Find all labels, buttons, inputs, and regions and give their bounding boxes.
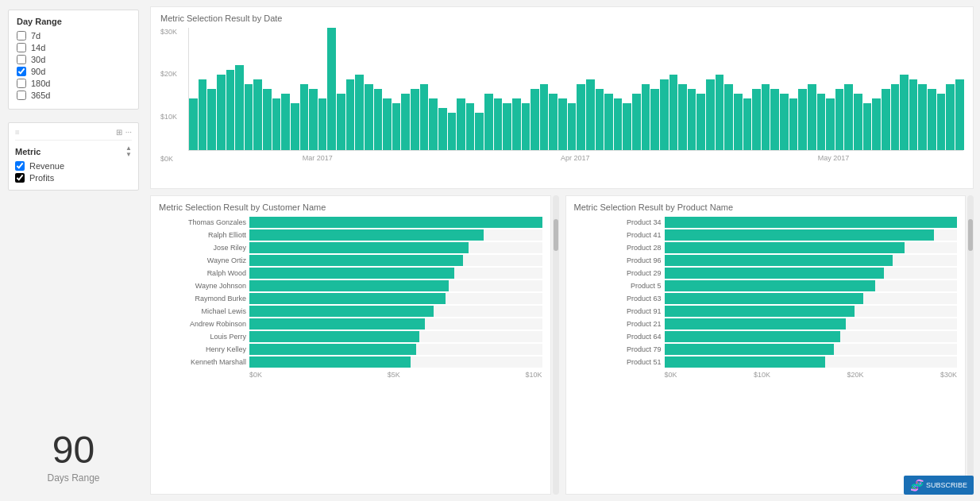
bar-item: [632, 94, 641, 150]
customer-bar-track: [249, 268, 542, 279]
bar-item: [928, 89, 936, 150]
product-bar-row: Product 29: [574, 268, 958, 279]
bar-item: [448, 113, 457, 150]
day-365d-checkbox[interactable]: [17, 91, 26, 100]
bar-item: [808, 84, 816, 150]
product-bar-row: Product 63: [574, 293, 958, 304]
bar-item: [789, 98, 798, 150]
metric-revenue-checkbox[interactable]: [15, 161, 25, 171]
top-chart-title: Metric Selection Result by Date: [160, 13, 963, 23]
customer-bar-label: Thomas Gonzales: [159, 218, 246, 226]
bar-item: [891, 84, 900, 150]
product-bar-fill: [665, 217, 958, 228]
product-bar-label: Product 5: [574, 282, 662, 290]
cust-x-10k: $10K: [525, 371, 542, 379]
day-7d-label: 7d: [31, 31, 41, 40]
product-bar-fill: [665, 255, 893, 266]
customer-bar-row: Jose Riley: [159, 242, 542, 253]
bar-item: [955, 79, 964, 150]
day-90d[interactable]: 90d: [17, 67, 130, 76]
product-bar-fill: [665, 318, 846, 330]
bottom-right-chart: Metric Selection Result by Product Name …: [565, 195, 966, 495]
product-bar-label: Product 29: [574, 269, 662, 277]
customer-bar-track: [249, 331, 542, 342]
customer-bar-label: Wayne Johnson: [159, 282, 246, 290]
metric-profits-label: Profits: [29, 173, 54, 183]
subscribe-button[interactable]: 🧬 SUBSCRIBE: [904, 476, 974, 495]
right-chart-scrollbar[interactable]: [967, 195, 974, 495]
bar-item: [743, 98, 752, 150]
bar-item: [642, 84, 650, 150]
left-chart-scrollbar[interactable]: [553, 195, 559, 495]
product-bar-track: [665, 306, 958, 317]
day-30d-checkbox[interactable]: [17, 55, 26, 64]
customer-bar-fill: [249, 356, 411, 368]
cust-x-5k: $5K: [388, 371, 400, 379]
day-range-box: Day Range 7d 14d 30d 90d 180d 365d: [8, 10, 139, 110]
bar-item: [716, 75, 724, 150]
product-bar-track: [665, 356, 958, 368]
bar-item: [337, 94, 345, 150]
customer-bar-fill: [249, 280, 449, 291]
day-180d-label: 180d: [31, 79, 50, 88]
customer-bar-row: Henry Kelley: [159, 344, 542, 355]
product-bar-row: Product 96: [574, 255, 958, 266]
day-180d[interactable]: 180d: [17, 79, 130, 88]
day-180d-checkbox[interactable]: [17, 79, 26, 88]
product-bar-row: Product 64: [574, 331, 958, 342]
bar-item: [558, 98, 567, 150]
product-bar-label: Product 34: [574, 218, 662, 226]
bar-item: [466, 103, 475, 150]
metric-profits[interactable]: Profits: [15, 173, 132, 183]
bottom-charts: Metric Selection Result by Customer Name…: [150, 195, 974, 495]
day-14d-checkbox[interactable]: [17, 43, 26, 52]
customer-bar-label: Michael Lewis: [159, 307, 246, 315]
prod-x-10k: $10K: [754, 371, 770, 379]
bar-item: [420, 84, 429, 150]
bar-item: [457, 98, 465, 150]
days-number: 90: [52, 431, 95, 469]
customer-bar-row: Kenneth Marshall: [159, 356, 542, 368]
metric-label: Metric: [15, 147, 41, 156]
metric-box-icons: ⊞ ···: [116, 128, 132, 137]
day-7d[interactable]: 7d: [17, 31, 130, 40]
bar-item: [503, 103, 511, 150]
y-label-30k: $30K: [160, 28, 184, 36]
customer-bar-fill: [249, 331, 419, 342]
day-30d[interactable]: 30d: [17, 55, 130, 64]
product-bar-track: [665, 318, 958, 330]
bar-item: [438, 108, 447, 150]
bar-item: [863, 103, 872, 150]
more-icon[interactable]: ···: [125, 128, 132, 137]
product-bar-row: Product 51: [574, 356, 958, 368]
right-chart-scrollbar-thumb[interactable]: [968, 219, 973, 251]
left-chart-scrollbar-thumb[interactable]: [554, 219, 558, 251]
bar-item: [650, 89, 659, 150]
customer-bar-label: Louis Perry: [159, 333, 246, 341]
metric-sort-arrows[interactable]: ▲ ▼: [125, 145, 132, 158]
product-bar-fill: [665, 268, 884, 279]
product-bar-fill: [665, 331, 840, 342]
grid-icon: ⊞: [116, 128, 122, 137]
bar-item: [688, 89, 696, 150]
bar-item: [392, 103, 401, 150]
bar-item: [429, 98, 438, 150]
top-bars-wrapper: [188, 28, 963, 151]
product-bar-row: Product 21: [574, 318, 958, 330]
customer-bar-fill: [249, 293, 446, 304]
metric-revenue-label: Revenue: [29, 161, 64, 171]
day-14d[interactable]: 14d: [17, 43, 130, 52]
day-7d-checkbox[interactable]: [17, 31, 26, 40]
product-bar-row: Product 41: [574, 229, 958, 241]
day-365d[interactable]: 365d: [17, 91, 130, 100]
bar-item: [696, 94, 705, 150]
customer-bar-track: [249, 242, 542, 253]
customer-bar-row: Wayne Johnson: [159, 280, 542, 291]
bar-item: [826, 98, 835, 150]
metric-revenue[interactable]: Revenue: [15, 161, 132, 171]
subscribe-label: SUBSCRIBE: [926, 481, 967, 489]
bar-item: [217, 75, 226, 150]
day-90d-checkbox[interactable]: [17, 67, 26, 76]
customer-bars: Thomas GonzalesRalph ElliottJose RileyWa…: [159, 217, 542, 368]
metric-profits-checkbox[interactable]: [15, 173, 25, 183]
